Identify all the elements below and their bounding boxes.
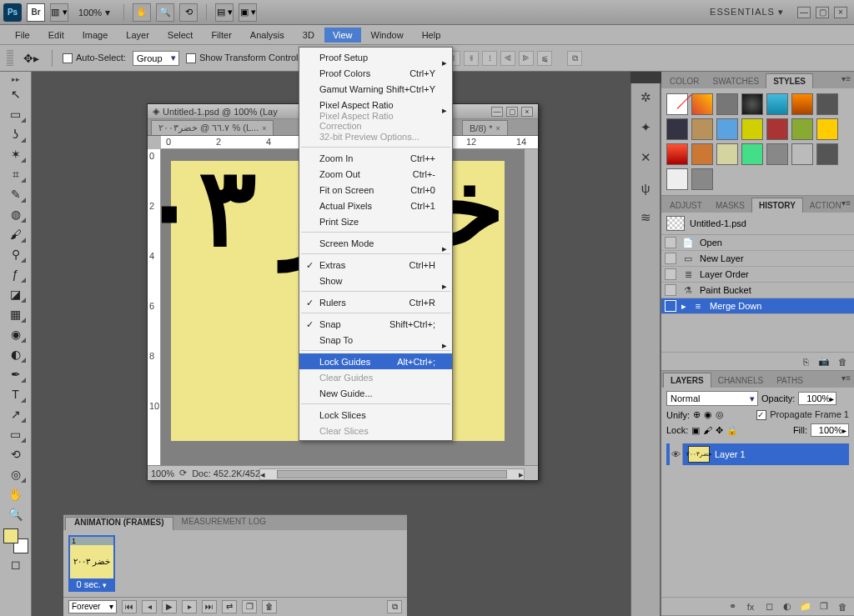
menu-item-show[interactable]: Show bbox=[299, 273, 452, 288]
screen-icon[interactable]: ▣ ▾ bbox=[239, 3, 257, 22]
unify-visibility-icon[interactable]: ◉ bbox=[704, 409, 712, 420]
convert-timeline-button[interactable]: ⧉ bbox=[387, 600, 402, 613]
hand-icon[interactable]: ✋ bbox=[133, 3, 151, 22]
tab-swatches[interactable]: SWATCHES bbox=[706, 73, 766, 88]
style-swatch[interactable] bbox=[691, 93, 713, 115]
menu-item-new-guide-[interactable]: New Guide... bbox=[299, 385, 452, 401]
menu-item-print-size[interactable]: Print Size bbox=[299, 213, 452, 229]
lock-transparency-icon[interactable]: ▣ bbox=[691, 425, 700, 436]
dist-right-icon[interactable]: ⫹ bbox=[537, 51, 552, 66]
menu-3d[interactable]: 3D bbox=[294, 28, 323, 43]
menu-window[interactable]: Window bbox=[363, 28, 412, 43]
eyedropper-tool[interactable]: ✎ bbox=[5, 185, 27, 203]
horizontal-scrollbar[interactable]: ◂▸ bbox=[259, 468, 525, 480]
menu-item-gamut-warning[interactable]: Gamut WarningShift+Ctrl+Y bbox=[299, 81, 452, 97]
layer-group-icon[interactable]: 📁 bbox=[799, 601, 812, 613]
zoom-tool[interactable]: 🔍 bbox=[5, 505, 27, 523]
last-frame-button[interactable]: ⏭ bbox=[202, 600, 217, 613]
frame-delay[interactable]: 0 sec. ▾ bbox=[70, 578, 113, 590]
style-swatch[interactable] bbox=[716, 143, 738, 165]
doc-minimize[interactable]: — bbox=[491, 107, 503, 117]
lock-pixels-icon[interactable]: 🖌 bbox=[703, 425, 712, 435]
document-tab-1[interactable]: ٦٦.٧ @ خضر٢٠٠٣ % (L...× bbox=[151, 120, 274, 135]
auto-select-checkbox[interactable]: Auto-Select: bbox=[63, 53, 126, 63]
link-layers-icon[interactable]: ⚭ bbox=[726, 601, 739, 613]
dist-bottom-icon[interactable]: ⫶ bbox=[482, 51, 497, 66]
tween-button[interactable]: ⇄ bbox=[222, 600, 237, 613]
type-tool[interactable]: T bbox=[5, 385, 27, 403]
style-swatch[interactable] bbox=[666, 93, 688, 115]
style-swatch[interactable] bbox=[716, 118, 738, 140]
menu-file[interactable]: File bbox=[7, 28, 38, 43]
unify-position-icon[interactable]: ⊕ bbox=[693, 409, 701, 420]
style-swatch[interactable] bbox=[766, 143, 788, 165]
foreground-color[interactable] bbox=[3, 528, 18, 543]
style-swatch[interactable] bbox=[666, 143, 688, 165]
gradient-tool[interactable]: ▦ bbox=[5, 305, 27, 323]
menu-item-actual-pixels[interactable]: Actual PixelsCtrl+1 bbox=[299, 198, 452, 213]
pen-tool[interactable]: ✒ bbox=[5, 365, 27, 383]
history-item-open[interactable]: 📄Open bbox=[661, 235, 854, 251]
style-swatch[interactable] bbox=[816, 93, 838, 115]
style-swatch[interactable] bbox=[691, 168, 713, 190]
doc-maximize[interactable]: ▢ bbox=[506, 107, 518, 117]
history-snapshot[interactable]: Untitled-1.psd bbox=[661, 213, 854, 235]
menu-layer[interactable]: Layer bbox=[118, 28, 158, 43]
tab-layers[interactable]: LAYERS bbox=[663, 373, 711, 388]
lasso-tool[interactable]: ʖ bbox=[5, 125, 27, 143]
animation-frame-1[interactable]: 1 خضر ٢٠٠٣ 0 sec. ▾ bbox=[68, 535, 115, 592]
menu-item-fit-on-screen[interactable]: Fit on ScreenCtrl+0 bbox=[299, 182, 452, 198]
layer-row-1[interactable]: 👁 خضر٢٠٠٣ Layer 1 bbox=[666, 443, 849, 465]
tab-channels[interactable]: CHANNELS bbox=[711, 373, 770, 388]
dist-left-icon[interactable]: ⫷ bbox=[500, 51, 515, 66]
marquee-tool[interactable]: ▭ bbox=[5, 105, 27, 123]
crop-tool[interactable]: ⌗ bbox=[5, 165, 27, 183]
dodge-tool[interactable]: ◐ bbox=[5, 345, 27, 363]
style-swatch[interactable] bbox=[666, 168, 688, 190]
brush-panel-icon[interactable]: ≋ bbox=[635, 208, 656, 227]
menu-item-snap-to[interactable]: Snap To bbox=[299, 332, 452, 348]
3d-orbit-tool[interactable]: ◎ bbox=[5, 465, 27, 483]
menu-help[interactable]: Help bbox=[414, 28, 450, 43]
blur-tool[interactable]: ◉ bbox=[5, 325, 27, 343]
style-swatch[interactable] bbox=[791, 143, 813, 165]
tab-paths[interactable]: PATHS bbox=[770, 373, 810, 388]
menu-item-screen-mode[interactable]: Screen Mode bbox=[299, 235, 452, 251]
loop-select[interactable]: Forever bbox=[68, 600, 117, 613]
tab-styles[interactable]: STYLES bbox=[766, 73, 813, 88]
menu-filter[interactable]: Filter bbox=[203, 28, 239, 43]
tab-animation[interactable]: ANIMATION (FRAMES) bbox=[65, 517, 173, 530]
show-transform-checkbox[interactable]: Show Transform Controls bbox=[186, 53, 303, 63]
visibility-eye-icon[interactable]: 👁 bbox=[670, 443, 683, 465]
menu-select[interactable]: Select bbox=[159, 28, 202, 43]
style-swatch[interactable] bbox=[691, 118, 713, 140]
style-swatch[interactable] bbox=[766, 93, 788, 115]
menu-image[interactable]: Image bbox=[74, 28, 117, 43]
minimize-button[interactable]: — bbox=[797, 7, 811, 18]
grip-icon[interactable] bbox=[7, 50, 13, 67]
blend-mode-select[interactable]: Normal bbox=[666, 391, 758, 406]
menu-item-rulers[interactable]: RulersCtrl+R bbox=[299, 294, 452, 310]
style-swatch[interactable] bbox=[716, 93, 738, 115]
opacity-input[interactable]: 100% ▸ bbox=[798, 392, 836, 405]
tab-measurement[interactable]: MEASUREMENT LOG bbox=[173, 517, 275, 530]
stamp-tool[interactable]: ⚲ bbox=[5, 245, 27, 263]
brush-tool[interactable]: 🖌 bbox=[5, 225, 27, 243]
workspace-switcher[interactable]: ESSENTIALS ▾ bbox=[701, 7, 792, 18]
first-frame-button[interactable]: ⏮ bbox=[122, 600, 137, 613]
paragraph-icon[interactable]: ψ bbox=[635, 178, 656, 197]
character-icon[interactable]: ✕ bbox=[635, 148, 656, 167]
tab-history[interactable]: HISTORY bbox=[751, 198, 803, 213]
zoom-level[interactable]: 100% ▾ bbox=[73, 7, 115, 18]
close-icon[interactable]: × bbox=[262, 124, 266, 133]
dist-vcenter-icon[interactable]: ⫵ bbox=[464, 51, 479, 66]
new-snapshot-icon[interactable]: 📷 bbox=[817, 356, 831, 368]
document-tab-2[interactable]: B/8) *× bbox=[462, 120, 508, 135]
delete-state-icon[interactable]: 🗑 bbox=[836, 356, 849, 368]
create-doc-from-state-icon[interactable]: ⎘ bbox=[799, 356, 812, 368]
quick-select-tool[interactable]: ✶ bbox=[5, 145, 27, 163]
history-item-layer-order[interactable]: ≣Layer Order bbox=[661, 267, 854, 283]
lock-all-icon[interactable]: 🔒 bbox=[726, 425, 738, 436]
status-arrow-icon[interactable]: ⟳ bbox=[179, 468, 187, 478]
style-swatch[interactable] bbox=[741, 118, 763, 140]
